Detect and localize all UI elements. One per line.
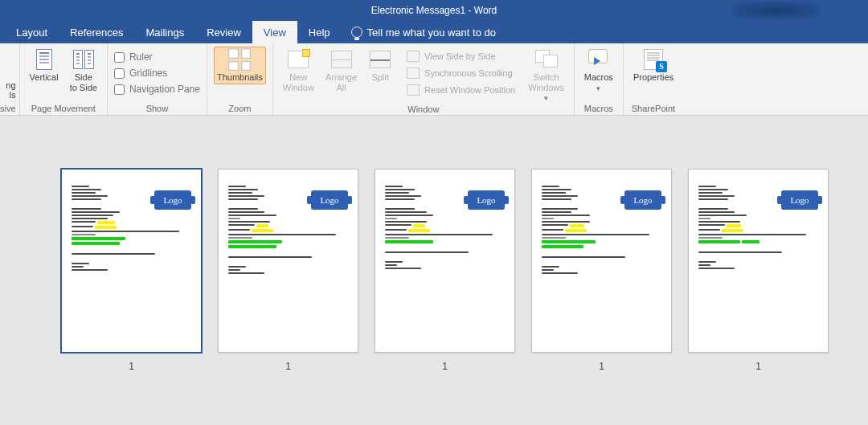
- ribbon-group-page-movement: Vertical Side to Side Page Movement: [20, 43, 108, 115]
- page-movement-group-label: Page Movement: [27, 104, 100, 115]
- ribbon-group-window: New Window Arrange All Split View Side b…: [273, 43, 575, 115]
- ruler-check-input[interactable]: [114, 52, 125, 63]
- macros-button[interactable]: Macros ▾: [581, 47, 616, 94]
- reset-window-pos-button: Reset Window Position: [405, 83, 517, 97]
- switch-windows-label: Switch Windows: [528, 72, 564, 92]
- page-thumbnail-3[interactable]: Logo: [375, 169, 515, 353]
- tab-help[interactable]: Help: [297, 21, 342, 43]
- window-group-label: Window: [280, 104, 567, 116]
- page-thumbnail-1[interactable]: Logo: [61, 169, 202, 353]
- gridlines-check-input[interactable]: [114, 68, 125, 79]
- properties-icon: [642, 48, 665, 71]
- chevron-down-icon: ▾: [544, 94, 548, 102]
- sync-scrolling-button: Synchronous Scrolling: [405, 66, 517, 80]
- properties-button[interactable]: Properties: [630, 47, 677, 84]
- ribbon-group-sharepoint: Properties SharePoint: [624, 43, 683, 115]
- ribbon-group-zoom: Thumbnails Zoom: [207, 43, 273, 115]
- page-number-4: 1: [599, 361, 604, 372]
- properties-label: Properties: [633, 72, 674, 83]
- logo-badge: Logo: [781, 190, 818, 210]
- vertical-button[interactable]: Vertical: [27, 47, 62, 84]
- truncated-group-label: sive: [0, 104, 16, 115]
- macros-icon: [588, 48, 610, 71]
- thumbnails-label: Thumbnails: [217, 72, 263, 83]
- ribbon-group-show: Ruler Gridlines Navigation Pane Show: [108, 43, 207, 115]
- tab-review[interactable]: Review: [195, 21, 252, 43]
- navpane-check-input[interactable]: [114, 84, 125, 95]
- page-thumbnail-2[interactable]: Logo: [218, 169, 358, 353]
- ribbon-group-macros: Macros ▾ Macros: [575, 43, 624, 115]
- truncated-text-1: ng: [6, 80, 15, 90]
- gridlines-label: Gridlines: [129, 67, 167, 79]
- titlebar-smudge: [731, 2, 820, 19]
- page-number-2: 1: [285, 361, 291, 372]
- page-thumbnail-5[interactable]: Logo: [688, 169, 829, 353]
- tab-references[interactable]: References: [59, 21, 134, 43]
- chevron-down-icon: ▾: [596, 84, 600, 92]
- page-number-5: 1: [755, 361, 761, 372]
- page-number-3: 1: [442, 361, 448, 372]
- zoom-group-label: Zoom: [214, 104, 266, 115]
- thumbnail-col-2: Logo 1: [218, 169, 358, 372]
- ribbon-tabs: Layout References Mailings Review View H…: [0, 21, 868, 43]
- thumbnail-col-5: Logo 1: [688, 169, 829, 372]
- new-window-icon: [287, 48, 309, 71]
- ribbon: ng ls sive Vertical Side to Side Page Mo…: [0, 43, 868, 116]
- navpane-checkbox[interactable]: Navigation Pane: [114, 82, 200, 96]
- split-button[interactable]: Split: [365, 47, 395, 84]
- thumbnail-strip: Logo 1 Logo: [0, 116, 868, 372]
- arrange-all-button[interactable]: Arrange All: [322, 47, 360, 94]
- reset-pos-icon: [407, 84, 420, 96]
- document-title: Electronic Messages1 - Word: [371, 5, 497, 16]
- sharepoint-group-label: SharePoint: [630, 104, 677, 115]
- show-group-label: Show: [114, 104, 200, 115]
- side-by-side-icon: [407, 51, 420, 62]
- new-window-label: New Window: [283, 72, 314, 92]
- macros-group-label: Macros: [581, 104, 616, 115]
- vertical-label: Vertical: [30, 72, 59, 83]
- ruler-label: Ruler: [129, 51, 153, 63]
- reset-pos-label: Reset Window Position: [424, 85, 515, 95]
- thumbnail-canvas[interactable]: Logo 1 Logo: [0, 116, 868, 425]
- gridlines-checkbox[interactable]: Gridlines: [114, 66, 167, 80]
- thumbnail-col-4: Logo 1: [531, 169, 672, 372]
- logo-badge: Logo: [154, 190, 191, 210]
- vertical-icon: [33, 48, 55, 71]
- tab-layout[interactable]: Layout: [5, 21, 59, 43]
- view-side-by-side-button: View Side by Side: [405, 49, 517, 63]
- thumbnails-icon: [228, 48, 251, 71]
- sync-scroll-icon: [407, 67, 420, 79]
- truncated-text-2: ls: [10, 90, 16, 100]
- new-window-button[interactable]: New Window: [280, 47, 317, 94]
- logo-badge: Logo: [468, 190, 505, 210]
- logo-badge: Logo: [624, 190, 661, 210]
- page-thumbnail-4[interactable]: Logo: [531, 169, 672, 353]
- split-label: Split: [371, 72, 388, 83]
- macros-label: Macros: [584, 72, 613, 83]
- page-number-1: 1: [129, 361, 134, 372]
- arrange-all-icon: [330, 48, 353, 71]
- side-by-side-label: View Side by Side: [424, 51, 495, 61]
- ruler-checkbox[interactable]: Ruler: [114, 50, 153, 64]
- switch-windows-button[interactable]: Switch Windows ▾: [525, 47, 567, 104]
- tab-view[interactable]: View: [252, 21, 297, 43]
- tab-mailings[interactable]: Mailings: [135, 21, 196, 43]
- thumbnails-button[interactable]: Thumbnails: [214, 47, 266, 84]
- thumbnail-col-3: Logo 1: [375, 169, 515, 372]
- navpane-label: Navigation Pane: [129, 84, 200, 95]
- tell-me-placeholder: Tell me what you want to do: [367, 27, 496, 39]
- tell-me-search[interactable]: Tell me what you want to do: [342, 21, 496, 43]
- split-icon: [369, 48, 391, 71]
- sync-scroll-label: Synchronous Scrolling: [424, 68, 512, 78]
- side-to-side-label: Side to Side: [70, 72, 97, 92]
- side-to-side-button[interactable]: Side to Side: [67, 47, 100, 94]
- thumbnail-col-1: Logo 1: [61, 169, 202, 372]
- ribbon-group-truncated: ng ls sive: [0, 43, 20, 115]
- side-to-side-icon: [72, 48, 95, 71]
- switch-windows-icon: [535, 48, 558, 71]
- logo-badge: Logo: [311, 190, 348, 210]
- lightbulb-icon: [351, 27, 362, 38]
- title-bar: Electronic Messages1 - Word: [0, 0, 868, 21]
- arrange-all-label: Arrange All: [326, 72, 357, 92]
